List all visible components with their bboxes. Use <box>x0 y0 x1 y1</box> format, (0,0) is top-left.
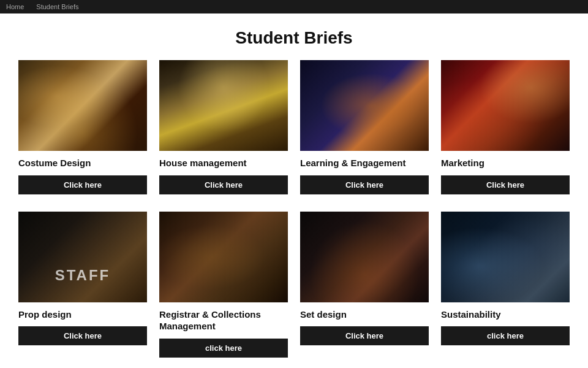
card-marketing: MarketingClick here <box>441 60 570 199</box>
card-image-marketing <box>441 60 570 151</box>
card-button-costume-design[interactable]: Click here <box>18 175 147 194</box>
card-title-registrar-collections: Registrar & Collections Management <box>159 309 288 332</box>
card-sustainability: Sustainabilityclick here <box>441 212 570 362</box>
card-title-set-design: Set design <box>300 309 429 321</box>
card-button-prop-design[interactable]: Click here <box>18 326 147 345</box>
card-set-design: Set designClick here <box>300 212 429 362</box>
card-image-sustainability <box>441 212 570 302</box>
card-image-learning-engagement <box>300 60 429 151</box>
card-button-house-management[interactable]: Click here <box>159 175 288 194</box>
card-title-marketing: Marketing <box>441 157 570 169</box>
topbar-link1[interactable]: Home <box>6 3 24 10</box>
card-image-prop-design <box>18 212 147 302</box>
card-image-costume-design <box>18 60 147 151</box>
card-prop-design: Prop designClick here <box>18 212 147 362</box>
card-title-costume-design: Costume Design <box>18 157 147 169</box>
card-button-registrar-collections[interactable]: click here <box>159 339 288 358</box>
card-button-sustainability[interactable]: click here <box>441 326 570 345</box>
card-registrar-collections: Registrar & Collections Managementclick … <box>159 212 288 362</box>
page-title: Student Briefs <box>0 13 588 60</box>
card-button-learning-engagement[interactable]: Click here <box>300 175 429 194</box>
card-image-house-management <box>159 60 288 151</box>
card-image-registrar-collections <box>159 212 288 302</box>
card-title-sustainability: Sustainability <box>441 309 570 321</box>
card-image-set-design <box>300 212 429 302</box>
card-learning-engagement: Learning & EngagementClick here <box>300 60 429 199</box>
card-button-set-design[interactable]: Click here <box>300 326 429 345</box>
cards-grid: Costume DesignClick hereHouse management… <box>0 60 588 368</box>
card-title-prop-design: Prop design <box>18 309 147 321</box>
card-costume-design: Costume DesignClick here <box>18 60 147 199</box>
top-bar: Home Student Briefs <box>0 0 588 13</box>
card-house-management: House managementClick here <box>159 60 288 199</box>
card-button-marketing[interactable]: Click here <box>441 175 570 194</box>
card-title-house-management: House management <box>159 157 288 169</box>
card-title-learning-engagement: Learning & Engagement <box>300 157 429 169</box>
topbar-link2[interactable]: Student Briefs <box>36 3 78 10</box>
